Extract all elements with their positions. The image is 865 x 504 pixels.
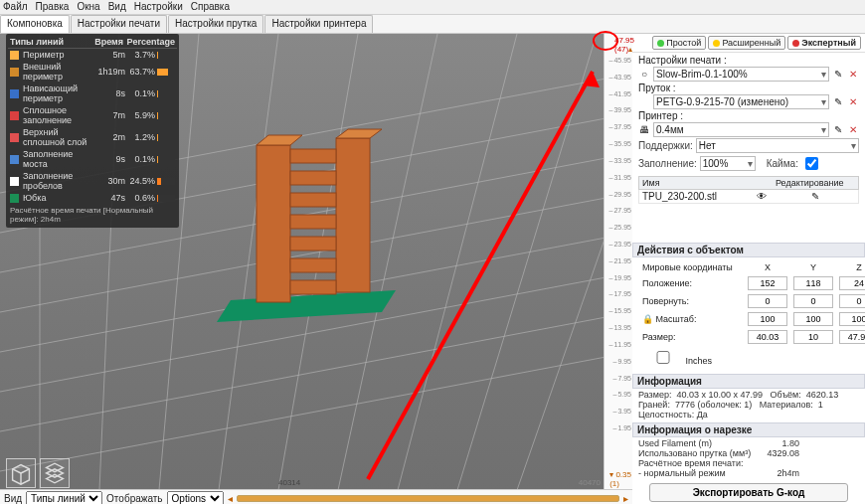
- legend-row: Периметр5m3.7%: [8, 49, 177, 61]
- ruler-tick: 29.95: [609, 190, 631, 197]
- svg-line-14: [398, 34, 517, 490]
- hslider-max: 40470: [579, 478, 601, 487]
- ruler-tick: 15.95: [609, 307, 631, 314]
- ruler-tick: 1.95: [612, 424, 631, 431]
- size-z-input[interactable]: [839, 330, 865, 344]
- tab-plater[interactable]: Компоновка: [0, 15, 70, 33]
- menu-bar: Файл Правка Окна Вид Настройки Справка: [0, 0, 865, 15]
- ruler-tick: 27.95: [609, 207, 631, 214]
- scale-x-input[interactable]: [748, 312, 787, 326]
- printer-preset-select[interactable]: 0.4мм: [653, 122, 829, 137]
- pos-z-input[interactable]: [839, 276, 865, 290]
- legend-row: Верхний сплошной слой2m1.2%: [8, 126, 177, 148]
- view-iso-button[interactable]: [6, 458, 36, 488]
- 3d-viewport[interactable]: Типы линийВремяPercentage Периметр5m3.7%…: [0, 34, 632, 504]
- menu-help[interactable]: Справка: [191, 0, 230, 14]
- pos-y-input[interactable]: [793, 276, 833, 290]
- svg-line-33: [21, 469, 29, 473]
- infill-select[interactable]: 100%: [700, 156, 756, 171]
- svg-line-0: [0, 352, 632, 471]
- ruler-tick: 31.95: [609, 173, 631, 180]
- preset-del-icon[interactable]: ✕: [847, 69, 859, 80]
- vertical-layer-slider[interactable]: 47.95(47)▴ 45.9543.9541.9539.9537.9535.9…: [604, 34, 632, 490]
- ruler-tick: 9.95: [612, 357, 631, 364]
- rot-x-input[interactable]: [748, 294, 787, 308]
- ruler-tick: 23.95: [609, 241, 631, 248]
- legend-row: Сплошное заполнение7m5.9%: [8, 104, 177, 126]
- slice-info-header: Информация о нарезке: [632, 422, 865, 437]
- horizontal-move-slider: Вид Типы линий Отображать Options ◂ ▸ 40…: [0, 489, 632, 504]
- tab-filament-settings[interactable]: Настройки прутка: [168, 15, 263, 33]
- svg-marker-28: [336, 129, 382, 138]
- menu-settings[interactable]: Настройки: [134, 0, 183, 14]
- view-type-select[interactable]: Типы линий: [26, 491, 102, 505]
- svg-rect-18: [257, 145, 290, 302]
- svg-line-1: [0, 312, 632, 431]
- svg-rect-21: [290, 171, 336, 185]
- info-header: Информация: [632, 374, 865, 389]
- ruler-tick: 39.95: [609, 106, 631, 113]
- svg-marker-17: [217, 290, 396, 322]
- ruler-tick: 7.95: [612, 374, 631, 381]
- inches-checkbox[interactable]: [646, 351, 680, 364]
- svg-rect-22: [290, 193, 336, 207]
- ruler-tick: 13.95: [609, 324, 631, 331]
- view-layers-button[interactable]: [40, 458, 70, 488]
- print-settings-label: Настройки печати :: [638, 55, 727, 66]
- menu-windows[interactable]: Окна: [77, 0, 99, 14]
- svg-rect-23: [290, 215, 336, 229]
- svg-marker-36: [47, 469, 64, 477]
- svg-rect-24: [290, 237, 336, 251]
- svg-rect-26: [290, 280, 336, 294]
- brim-checkbox[interactable]: [805, 157, 818, 170]
- mode-advanced-button[interactable]: Расширенный: [708, 36, 785, 50]
- model-preview: [257, 129, 382, 302]
- ruler-tick: 5.95: [612, 391, 631, 398]
- scale-y-input[interactable]: [793, 312, 833, 326]
- legend-row: Нависающий периметр8s0.1%: [8, 83, 177, 104]
- ruler-tick: 37.95: [609, 123, 631, 130]
- ruler-tick: 25.95: [609, 224, 631, 231]
- edit-row-icon[interactable]: ✎: [776, 191, 855, 202]
- svg-marker-37: [47, 474, 64, 482]
- export-gcode-button[interactable]: Экспортировать G-код: [649, 483, 848, 502]
- supports-select[interactable]: Нет: [696, 138, 859, 153]
- horizontal-track[interactable]: [237, 495, 619, 502]
- filament-preset-select[interactable]: PETG-0.9-215-70 (изменено): [653, 94, 829, 109]
- filament-label: Пруток :: [638, 83, 676, 93]
- menu-file[interactable]: Файл: [3, 0, 28, 14]
- svg-rect-20: [290, 149, 336, 163]
- rot-y-input[interactable]: [793, 294, 833, 308]
- legend-row: Юбка47s0.6%: [8, 192, 177, 204]
- size-y-input[interactable]: [793, 330, 833, 344]
- coord-system-select[interactable]: Мировые координаты: [642, 262, 742, 272]
- ruler-tick: 19.95: [609, 273, 631, 280]
- scale-z-input[interactable]: [839, 312, 865, 326]
- object-list-header: ИмяРедактирование: [638, 176, 859, 190]
- svg-rect-25: [290, 258, 336, 272]
- print-preset-select[interactable]: Slow-Brim-0.1-100%: [653, 67, 829, 82]
- feature-legend: Типы линийВремяPercentage Периметр5m3.7%…: [6, 34, 179, 228]
- menu-edit[interactable]: Правка: [36, 0, 70, 14]
- svg-marker-27: [257, 135, 302, 145]
- mode-simple-button[interactable]: Простой: [652, 36, 706, 50]
- svg-rect-19: [336, 138, 370, 292]
- object-list-row[interactable]: TPU_230-200.stl👁✎: [638, 190, 859, 204]
- ruler-tick: 33.95: [609, 156, 631, 163]
- lock-icon[interactable]: 🔒: [642, 314, 653, 324]
- rot-z-input[interactable]: [839, 294, 865, 308]
- pos-x-input[interactable]: [748, 276, 787, 290]
- preset-icon: ○: [638, 69, 650, 80]
- preset-edit-icon[interactable]: ✎: [832, 69, 844, 80]
- mode-expert-button[interactable]: Экспертный: [787, 36, 861, 50]
- object-actions-header: Действия с объектом: [632, 243, 865, 257]
- display-options-select[interactable]: Options: [167, 491, 224, 505]
- tab-print-settings[interactable]: Настройки печати: [71, 15, 167, 33]
- visibility-icon[interactable]: 👁: [748, 191, 776, 202]
- ruler-tick: 21.95: [609, 256, 631, 263]
- menu-view[interactable]: Вид: [108, 0, 126, 14]
- size-x-input[interactable]: [748, 330, 787, 344]
- tab-printer-settings[interactable]: Настройки принтера: [264, 15, 373, 33]
- legend-row: Заполнение пробелов30m24.5%: [8, 170, 177, 192]
- hslider-cur: 40314: [278, 478, 300, 487]
